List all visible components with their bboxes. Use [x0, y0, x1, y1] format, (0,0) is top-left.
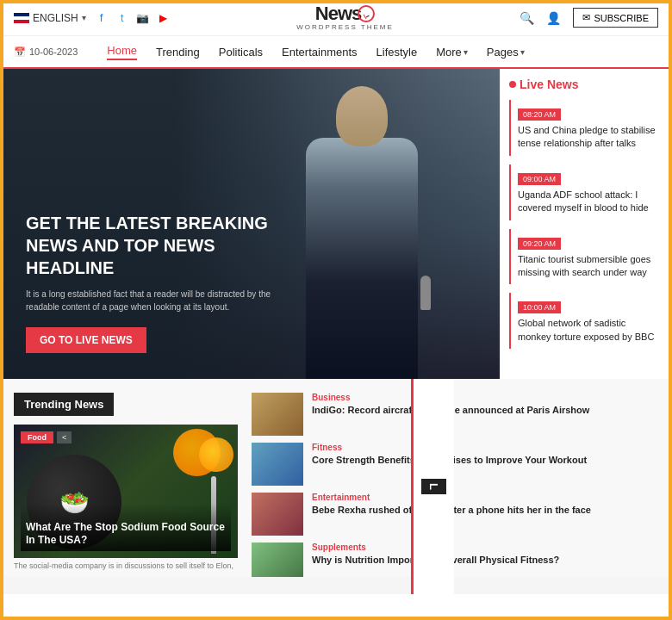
hero-content: GET THE LATEST BREAKING NEWS AND TOP NEW…	[26, 212, 284, 353]
hero-section: GET THE LATEST BREAKING NEWS AND TOP NEW…	[0, 69, 672, 379]
nav-entertainments[interactable]: Entertainments	[282, 46, 357, 59]
live-text-4: Global network of sadistic monkey tortur…	[518, 317, 656, 344]
hero-description: It is a long established fact that a rea…	[26, 288, 284, 313]
top-bar-right: 🔍 👤 ✉ SUBSCRIBE	[520, 8, 658, 28]
social-icons-group: f t 📷 ▶	[95, 11, 171, 25]
person-head	[336, 86, 388, 146]
trending-main-subcaption: The social-media company is in discussio…	[14, 561, 238, 572]
subscribe-label: SUBSCRIBE	[594, 13, 649, 23]
trending-list: Business IndiGo: Record aircraft purchas…	[252, 393, 658, 563]
trending-item-image-4	[252, 542, 303, 577]
youtube-icon[interactable]: ▶	[157, 11, 171, 25]
nav-more[interactable]: More ▾	[436, 46, 468, 59]
nav-date: 📅 10-06-2023	[14, 46, 78, 58]
trending-item-image-1	[252, 393, 303, 436]
facebook-icon[interactable]: f	[95, 11, 109, 25]
trending-main-title: What Are The Stop Sodium Food Source In …	[21, 504, 231, 551]
live-dot-icon	[509, 81, 516, 88]
calendar-icon: 📅	[14, 46, 26, 58]
search-icon[interactable]: 🔍	[520, 11, 534, 25]
trending-item-3[interactable]: Entertainment Bebe Rexha rushed off stag…	[252, 493, 658, 536]
more-chevron: ▾	[464, 47, 468, 57]
trending-section: Trending News Food < 🥗 What Are The Sto	[0, 379, 672, 577]
live-time-2: 09:00 AM	[518, 173, 561, 185]
live-text-2: Uganda ADF school attack: I covered myse…	[518, 189, 656, 215]
date-label: 10-06-2023	[29, 46, 78, 57]
live-time-4: 10:00 AM	[518, 301, 561, 313]
trending-area: Trending News Food < 🥗 What Are The Sto	[0, 379, 672, 594]
trending-item-4[interactable]: Supplements Why is Nutrition Important i…	[252, 542, 658, 577]
live-time-3: 09:20 AM	[518, 238, 561, 250]
live-news-title: Live News	[509, 78, 663, 91]
nav-lifestyle[interactable]: Lifestyle	[376, 46, 418, 59]
instagram-icon[interactable]: 📷	[136, 11, 150, 25]
live-item-4[interactable]: 10:00 AM Global network of sadistic monk…	[509, 293, 663, 349]
microphone-icon	[420, 276, 431, 310]
nav-pages[interactable]: Pages ▾	[487, 46, 525, 59]
subscribe-button[interactable]: ✉ SUBSCRIBE	[573, 8, 658, 28]
hero-person	[276, 86, 448, 379]
subscribe-mail-icon: ✉	[582, 12, 590, 23]
top-bar-left: ENGLISH ▾ f t 📷 ▶	[14, 11, 171, 25]
share-badge: <	[57, 431, 72, 443]
live-news-sidebar: Live News 08:20 AM US and China pledge t…	[500, 69, 672, 379]
logo-subtitle: WORDPRESS THEME	[296, 23, 394, 31]
live-text-3: Titanic tourist submersible goes missing…	[518, 253, 656, 280]
trending-item-2[interactable]: Fitness Core Strength Benefits & Exercis…	[252, 443, 658, 486]
nav-links: Home Trending Politicals Entertainments …	[107, 44, 524, 60]
live-news-label: Live News	[520, 78, 578, 91]
logo[interactable]: News WORDPRESS THEME	[296, 4, 394, 31]
nav-home[interactable]: Home	[107, 44, 137, 60]
language-selector[interactable]: ENGLISH ▾	[14, 12, 86, 24]
hero-left: GET THE LATEST BREAKING NEWS AND TOP NEW…	[0, 69, 500, 379]
nav-bar: 📅 10-06-2023 Home Trending Politicals En…	[0, 36, 672, 69]
language-label: ENGLISH	[33, 12, 78, 24]
nav-politicals[interactable]: Politicals	[219, 46, 263, 59]
live-item-2[interactable]: 09:00 AM Uganda ADF school attack: I cov…	[509, 164, 663, 220]
logo-clock-icon	[358, 5, 375, 22]
food-badge: Food	[21, 431, 53, 443]
trending-item-image-3	[252, 493, 303, 536]
nav-trending[interactable]: Trending	[156, 46, 200, 59]
live-time-1: 08:20 AM	[518, 108, 561, 121]
twitter-icon[interactable]: t	[115, 11, 129, 25]
trending-item-1[interactable]: Business IndiGo: Record aircraft purchas…	[252, 393, 658, 436]
top-bar: ENGLISH ▾ f t 📷 ▶ News WORDPRESS THEME 🔍…	[0, 0, 672, 36]
l-panel: L	[411, 379, 454, 577]
live-item-3[interactable]: 09:20 AM Titanic tourist submersible goe…	[509, 229, 663, 285]
live-text-1: US and China pledge to stabilise tense r…	[518, 124, 656, 151]
flag-icon	[14, 13, 29, 23]
l-panel-label: L	[421, 479, 446, 494]
language-chevron: ▾	[82, 13, 86, 22]
hero-cta-button[interactable]: Go To Live News	[26, 327, 146, 353]
trending-main-card: Trending News Food < 🥗 What Are The Sto	[14, 393, 238, 563]
trending-main-image: Food < 🥗 What Are The Stop Sodium Food S…	[14, 425, 238, 558]
person-body	[306, 138, 418, 379]
logo-text: News	[315, 4, 361, 23]
orange-slice-2	[199, 437, 233, 472]
hero-title: GET THE LATEST BREAKING NEWS AND TOP NEW…	[26, 212, 284, 279]
trending-header: Trending News	[14, 393, 114, 416]
live-item-1[interactable]: 08:20 AM US and China pledge to stabilis…	[509, 100, 663, 156]
pages-chevron: ▾	[520, 47, 525, 57]
trending-item-image-2	[252, 443, 303, 486]
user-icon[interactable]: 👤	[546, 11, 561, 25]
